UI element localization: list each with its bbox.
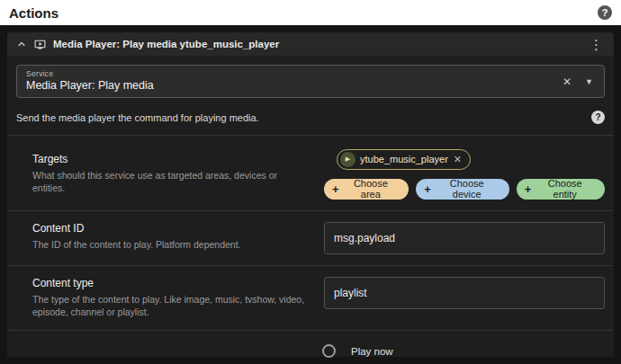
choose-area-button[interactable]: + Choose area bbox=[324, 179, 409, 200]
plus-icon: + bbox=[332, 183, 339, 195]
play-now-option[interactable]: Play now bbox=[322, 338, 614, 364]
content-id-row: Content ID The ID of the content to play… bbox=[7, 211, 614, 265]
chip-remove-icon[interactable]: ✕ bbox=[454, 154, 462, 165]
dropdown-caret-icon[interactable]: ▼ bbox=[585, 77, 593, 86]
choose-entity-button[interactable]: + Choose entity bbox=[517, 179, 605, 200]
content-type-input[interactable]: playlist bbox=[324, 277, 605, 309]
divider bbox=[7, 330, 614, 331]
entity-play-icon: ▶ bbox=[340, 152, 356, 167]
choose-device-label: Choose device bbox=[436, 178, 499, 200]
choose-entity-label: Choose entity bbox=[536, 178, 594, 200]
content-id-label: Content ID bbox=[32, 222, 310, 235]
actions-panel: Media Player: Play media ytube_music_pla… bbox=[0, 25, 621, 364]
page-title: Actions bbox=[9, 5, 58, 21]
action-title: Media Player: Play media ytube_music_pla… bbox=[53, 39, 580, 49]
content-type-row: Content type The type of the content to … bbox=[7, 266, 614, 330]
plus-icon: + bbox=[525, 183, 532, 195]
kebab-menu-icon[interactable]: ⋮ bbox=[588, 38, 605, 51]
radio-button-icon[interactable] bbox=[322, 344, 336, 358]
content-id-description: The ID of the content to play. Platform … bbox=[32, 238, 307, 252]
action-card-header[interactable]: Media Player: Play media ytube_music_pla… bbox=[7, 32, 614, 56]
action-card: Media Player: Play media ytube_music_pla… bbox=[7, 32, 614, 357]
targets-row: Targets What should this service use as … bbox=[7, 136, 614, 210]
service-help-icon[interactable]: ? bbox=[591, 111, 605, 124]
enqueue-options: Play now Play next bbox=[7, 338, 614, 364]
service-field-label: Service bbox=[26, 69, 550, 78]
play-now-label: Play now bbox=[351, 346, 393, 357]
clear-icon[interactable]: ✕ bbox=[562, 75, 572, 88]
actions-header: Actions ? bbox=[0, 0, 621, 25]
content-type-label: Content type bbox=[32, 277, 310, 289]
collapse-chevron-icon[interactable] bbox=[16, 39, 27, 49]
service-description-row: Send the media player the command for pl… bbox=[7, 98, 614, 135]
content-id-input[interactable]: msg.payload bbox=[324, 222, 605, 254]
service-description: Send the media player the command for pl… bbox=[16, 112, 259, 123]
choose-device-button[interactable]: + Choose device bbox=[416, 179, 509, 200]
media-player-icon bbox=[34, 39, 46, 50]
actions-screen: Actions ? Media Player: Play media ytube… bbox=[0, 0, 621, 364]
service-select[interactable]: Service Media Player: Play media ✕ ▼ bbox=[16, 65, 605, 98]
service-field-value: Media Player: Play media bbox=[26, 79, 550, 92]
help-icon[interactable]: ? bbox=[598, 5, 612, 20]
entity-chip[interactable]: ▶ ytube_music_player ✕ bbox=[337, 149, 471, 170]
targets-description: What should this service use as targeted… bbox=[32, 169, 307, 195]
entity-chip-label: ytube_music_player bbox=[360, 154, 448, 164]
plus-icon: + bbox=[424, 183, 431, 195]
content-type-description: The type of the content to play. Like im… bbox=[32, 293, 307, 319]
choose-buttons: + Choose area + Choose device + Choose e… bbox=[324, 179, 605, 200]
choose-area-label: Choose area bbox=[344, 178, 399, 200]
targets-label: Targets bbox=[32, 153, 310, 165]
